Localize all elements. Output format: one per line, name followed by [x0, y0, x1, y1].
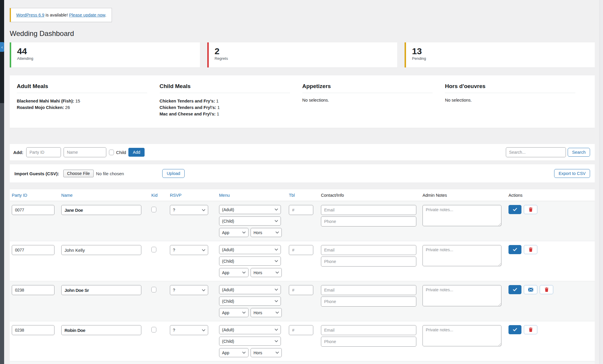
guest-name-input[interactable] [61, 245, 141, 255]
table-number-input[interactable] [289, 245, 313, 255]
column-header-rsvp[interactable]: RSVP [170, 193, 219, 198]
appetizers-empty-text: No selections. [302, 98, 433, 102]
column-header-tbl[interactable]: Tbl [289, 193, 321, 198]
hors-doeuvre-select[interactable]: Hors [251, 308, 282, 317]
appetizer-select[interactable]: App [219, 348, 249, 357]
kid-checkbox[interactable] [151, 247, 156, 252]
vertical-scrollbar[interactable] [599, 0, 603, 364]
phone-input[interactable] [321, 297, 416, 307]
delete-guest-button[interactable] [524, 245, 537, 254]
update-notice: WordPress 6.9 is available! Please updat… [10, 8, 112, 22]
child-meal-select[interactable]: (Child) [219, 297, 281, 306]
phone-input[interactable] [321, 257, 416, 267]
meal-count: 26 [65, 105, 70, 110]
update-now-link[interactable]: Please update now [69, 13, 105, 17]
email-input[interactable] [321, 325, 416, 335]
child-meal-select[interactable]: (Child) [219, 216, 281, 226]
child-meal-selected-value: (Child) [222, 299, 234, 304]
private-notes-textarea[interactable] [423, 325, 501, 346]
party-id-input[interactable] [12, 325, 54, 335]
email-input[interactable] [321, 205, 416, 215]
checkmark-icon [513, 328, 517, 331]
trash-icon [529, 207, 533, 212]
appetizer-select[interactable]: App [219, 268, 249, 277]
save-guest-button[interactable] [508, 285, 521, 294]
hors-doeuvre-select[interactable]: Hors [251, 268, 282, 277]
export-csv-button[interactable]: Export to CSV [554, 169, 590, 178]
guest-name-input[interactable] [61, 285, 141, 295]
column-header-name[interactable]: Name [61, 193, 151, 198]
email-input[interactable] [321, 245, 416, 255]
add-button[interactable]: Add [128, 148, 145, 157]
column-header-kid[interactable]: Kid [151, 193, 170, 198]
party-id-input[interactable] [12, 205, 54, 215]
delete-guest-button[interactable] [524, 325, 537, 334]
child-meal-select[interactable]: (Child) [219, 257, 281, 266]
chevron-down-icon [275, 249, 278, 251]
chevron-down-icon [242, 272, 246, 274]
admin-notes-cell [423, 285, 508, 306]
search-input[interactable] [506, 147, 566, 157]
save-guest-button[interactable] [508, 205, 521, 214]
table-number-input[interactable] [289, 285, 313, 295]
rsvp-select[interactable]: ? [170, 205, 208, 215]
hors-doeuvre-select[interactable]: Hors [251, 348, 282, 357]
rsvp-select[interactable]: ? [170, 325, 208, 335]
save-guest-button[interactable] [508, 245, 521, 254]
admin-notes-cell [423, 245, 508, 266]
delete-guest-button[interactable] [540, 285, 553, 294]
meal-count: 1 [216, 99, 218, 103]
guest-name-input[interactable] [61, 325, 141, 335]
appetizer-select[interactable]: App [219, 308, 249, 317]
rsvp-selected-value: ? [173, 288, 175, 292]
save-guest-button[interactable] [508, 325, 521, 334]
rsvp-select[interactable]: ? [170, 285, 208, 295]
table-number-input[interactable] [289, 205, 313, 215]
column-header-actions: Actions [508, 193, 595, 198]
party-id-input[interactable] [12, 285, 54, 295]
upload-button[interactable]: Upload [162, 169, 185, 178]
page-title: Wedding Dashboard [10, 29, 595, 38]
add-name-input[interactable] [64, 147, 106, 157]
adult-meal-select[interactable]: (Adult) [219, 285, 281, 294]
add-party-id-input[interactable] [26, 147, 61, 157]
private-notes-textarea[interactable] [423, 205, 501, 226]
chevron-down-icon [275, 340, 278, 342]
choose-file-button[interactable]: Choose File [63, 170, 94, 177]
sidebar-collapse-tab[interactable]: ‹ [0, 42, 4, 52]
column-header-admin-notes: Admin Notes [423, 193, 508, 198]
guest-name-input[interactable] [61, 205, 141, 215]
wedding-dashboard-page: ‹ WordPress 6.9 is available! Please upd… [0, 0, 603, 364]
phone-input[interactable] [321, 337, 416, 347]
delete-guest-button[interactable] [524, 205, 537, 214]
table-number-cell [289, 205, 321, 215]
name-cell [61, 245, 151, 255]
child-meal-selected-value: (Child) [222, 339, 234, 344]
kid-checkbox[interactable] [151, 327, 156, 332]
phone-input[interactable] [321, 216, 416, 226]
search-button[interactable]: Search [568, 148, 590, 157]
chevron-down-icon [202, 329, 205, 331]
party-id-input[interactable] [12, 245, 54, 255]
adult-meal-select[interactable]: (Adult) [219, 325, 281, 334]
wordpress-version-link[interactable]: WordPress 6.9 [16, 13, 44, 17]
email-input[interactable] [321, 285, 416, 295]
rsvp-select[interactable]: ? [170, 245, 208, 255]
table-number-input[interactable] [289, 325, 313, 335]
adult-meal-select[interactable]: (Adult) [219, 245, 281, 254]
hors-doeuvre-select[interactable]: Hors [251, 228, 282, 237]
chevron-down-icon [202, 249, 205, 251]
child-checkbox[interactable] [109, 150, 114, 155]
kid-checkbox[interactable] [151, 287, 156, 292]
appetizer-select[interactable]: App [219, 228, 249, 237]
private-notes-textarea[interactable] [423, 245, 501, 266]
actions-cell [508, 245, 595, 254]
column-header-party-id[interactable]: Party ID [12, 193, 61, 198]
checkmark-icon [513, 248, 517, 251]
adult-meal-select[interactable]: (Adult) [219, 205, 281, 214]
private-notes-textarea[interactable] [423, 285, 501, 306]
email-guest-button[interactable] [524, 285, 537, 294]
child-meal-select[interactable]: (Child) [219, 337, 281, 346]
kid-checkbox[interactable] [151, 207, 156, 212]
column-header-menu[interactable]: Menu [219, 193, 289, 198]
